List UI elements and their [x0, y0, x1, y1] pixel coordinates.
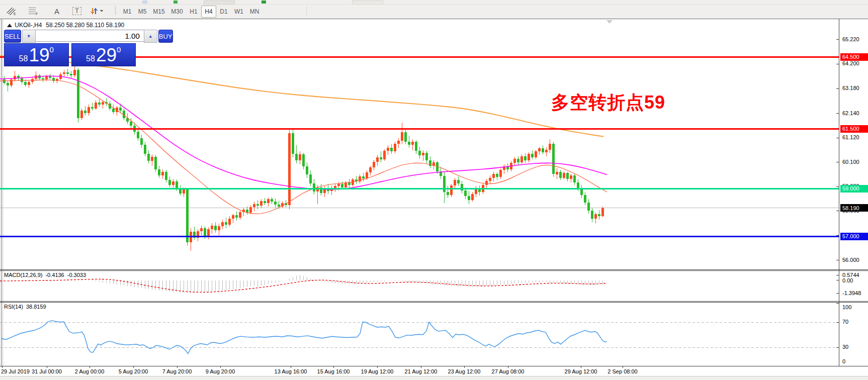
sell-price-major: 58 — [19, 54, 28, 66]
toolbar-icon-sliver — [173, 1, 178, 4]
sell-price-display[interactable]: 58 19 0 — [4, 43, 69, 66]
time-axis[interactable]: 29 Jul 201931 Jul 00:002 Aug 00:005 Aug … — [0, 366, 868, 376]
ma-orange-line — [0, 56, 603, 137]
rsi-panel-canvas[interactable] — [0, 302, 839, 366]
chart-shift-marker-icon[interactable] — [606, 20, 613, 24]
time-axis-label: 13 Aug 16:00 — [275, 368, 307, 374]
sell-price-pips: 19 — [29, 46, 49, 64]
ma-fast-red-line — [0, 80, 607, 214]
timeframe-m15-button[interactable]: M15 — [150, 6, 168, 18]
timeframe-h1-button[interactable]: H1 — [186, 6, 201, 18]
ohlc-values: 58.250 58.280 58.110 58.190 — [46, 22, 124, 29]
rsi-line — [2, 321, 607, 354]
grid-icon[interactable]: F — [28, 6, 45, 16]
time-axis-label: 29 Aug 12:00 — [565, 368, 597, 374]
chart-annotation-text[interactable]: 多空转折点59 — [551, 90, 665, 115]
macd-axis-label: -1.3948 — [842, 290, 861, 296]
styler-icon[interactable]: E — [6, 6, 23, 16]
time-tick — [464, 366, 465, 368]
time-axis-label: 23 Aug 12:00 — [448, 368, 481, 374]
time-tick — [508, 366, 508, 368]
macd-label: MACD(12,26,9) -0.4136 -0.3033 — [4, 272, 86, 278]
sell-price-point: 0 — [50, 44, 54, 54]
timeframe-m5-button[interactable]: M5 — [135, 6, 150, 18]
text-label-icon[interactable]: A — [49, 6, 64, 16]
macd-panel-canvas[interactable] — [0, 270, 839, 301]
toolbar-drag-handle[interactable] — [115, 7, 116, 16]
price-tick-label: 56.000 — [842, 257, 859, 263]
svg-text:F: F — [36, 12, 38, 16]
timeframe-m1-button[interactable]: M1 — [120, 6, 135, 18]
time-tick — [47, 366, 47, 368]
rsi-label: RSI(14) 38.8159 — [4, 304, 46, 310]
price-tick-label: 62.140 — [842, 110, 859, 116]
price-level-badge: 61.500 — [840, 125, 868, 133]
sell-button[interactable]: SELL — [4, 30, 21, 43]
rsi-axis-label: 30 — [842, 344, 848, 350]
chart-title: UKOil-,H4 58.250 58.280 58.110 58.190 — [7, 21, 124, 29]
time-tick — [2, 366, 3, 368]
one-click-trading-panel: SELL ▼ ▲ BUY 58 19 0 58 29 0 — [4, 30, 136, 67]
cycles-dropdown-icon[interactable] — [90, 6, 110, 16]
time-axis-label: 9 Aug 20:00 — [206, 368, 235, 374]
symbol-period-label: UKOil-,H4 — [15, 22, 42, 29]
time-tick — [177, 366, 178, 368]
volume-input[interactable] — [36, 30, 144, 42]
time-axis-label: 2 Aug 00:00 — [75, 368, 105, 374]
time-axis-label: 19 Aug 12:00 — [361, 368, 394, 374]
text-box-icon[interactable]: T — [69, 6, 84, 16]
time-axis-label: 5 Aug 20:00 — [119, 368, 148, 374]
volume-stepper: ▼ ▲ — [22, 30, 157, 42]
trading-terminal: E F A T M1 M5 M15 M30 — [0, 0, 868, 380]
timeframe-w1-button[interactable]: W1 — [231, 6, 246, 18]
price-level-badge: 64.500 — [840, 53, 868, 61]
macd-axis-label: 0.00 — [842, 277, 853, 283]
rsi-axis-label: 70 — [842, 319, 848, 325]
collapse-arrow-icon[interactable] — [7, 24, 12, 27]
time-axis-label: 29 Jul 2019 — [1, 368, 30, 374]
buy-price-point: 0 — [117, 44, 121, 54]
time-axis-label: 2 Sep 08:00 — [607, 368, 637, 374]
price-axis-border — [839, 19, 839, 376]
time-tick — [333, 366, 334, 368]
main-toolbar: E F A T M1 M5 M15 M30 — [0, 5, 868, 19]
macd-histogram — [4, 275, 602, 293]
toolbar-separator — [307, 6, 307, 16]
candles[interactable] — [3, 66, 604, 251]
volume-increase-button[interactable]: ▲ — [144, 30, 157, 43]
panel-separator[interactable] — [0, 269, 868, 270]
buy-button[interactable]: BUY — [158, 30, 173, 43]
toolbar-field-sliver — [352, 1, 383, 5]
price-level-badge: 59.000 — [840, 185, 868, 193]
buy-price-display[interactable]: 58 29 0 — [71, 43, 136, 66]
status-strip — [0, 376, 868, 380]
timeframe-mn-button[interactable]: MN — [246, 6, 263, 18]
panel-separator[interactable] — [0, 301, 868, 302]
time-axis-label: 7 Aug 20:00 — [162, 368, 192, 374]
time-tick — [581, 366, 581, 368]
rsi-axis-label: 100 — [842, 304, 851, 310]
time-tick — [377, 366, 378, 368]
svg-text:E: E — [14, 12, 16, 16]
time-tick — [90, 366, 90, 368]
time-axis-label: 15 Aug 16:00 — [317, 368, 350, 374]
time-axis-label: 21 Aug 12:00 — [405, 368, 438, 374]
time-tick — [623, 366, 623, 368]
time-axis-label: 31 Jul 00:00 — [32, 368, 62, 374]
price-tick-label: 61.120 — [842, 134, 859, 140]
timeframe-d1-button[interactable]: D1 — [216, 6, 231, 18]
time-tick — [421, 366, 421, 368]
price-level-badge: 57.000 — [840, 233, 868, 240]
price-level-badge: 58.190 — [840, 204, 868, 212]
timeframe-m30-button[interactable]: M30 — [168, 6, 186, 18]
toolbar-field-sliver — [204, 1, 235, 5]
partial-toolbar-strip — [0, 0, 868, 5]
buy-price-major: 58 — [86, 54, 95, 66]
time-tick — [133, 366, 134, 368]
price-tick-label: 64.200 — [842, 60, 859, 66]
volume-decrease-button[interactable]: ▼ — [22, 30, 36, 43]
toolbar-icon-sliver — [262, 1, 266, 4]
timeframe-h4-button[interactable]: H4 — [201, 6, 216, 18]
rsi-axis-label: 0 — [842, 358, 845, 364]
time-tick — [291, 366, 291, 368]
